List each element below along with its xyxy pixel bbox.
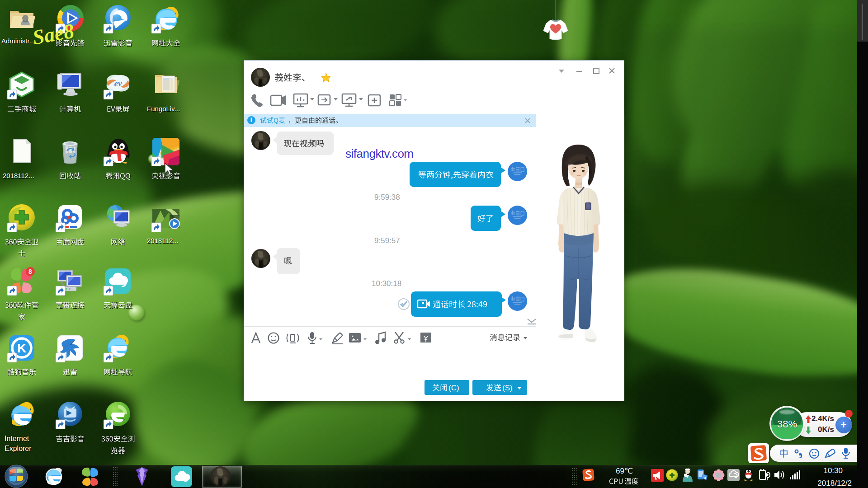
svg-text:K: K <box>17 341 26 355</box>
svg-text:ev: ev <box>114 79 122 88</box>
svg-text:8: 8 <box>28 268 32 275</box>
